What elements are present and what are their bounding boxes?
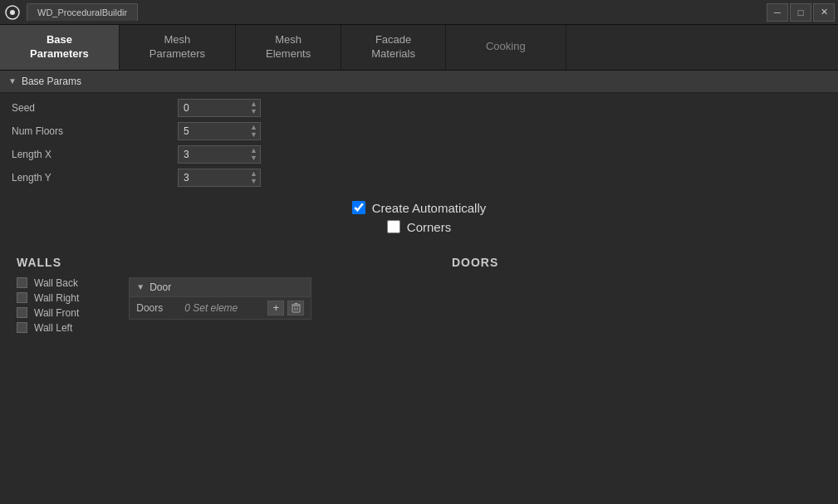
seed-input[interactable] [184,102,250,114]
tab-cooking[interactable]: Cooking [446,25,566,70]
wall-left-item: Wall Left [17,322,79,334]
seed-spinner[interactable]: ▲ ▼ [250,100,257,115]
num-floors-input-wrapper[interactable]: ▲ ▼ [178,122,261,140]
doors-row: Doors 0 Set eleme + [130,297,311,319]
close-button[interactable]: ✕ [813,3,835,22]
app-logo [3,3,22,22]
length-y-input[interactable] [184,172,250,183]
wall-front-item: Wall Front [17,307,79,319]
corners-checkbox[interactable] [387,220,400,233]
length-x-row: Length X ▲ ▼ [0,143,838,166]
tabbar: BaseParameters MeshParameters MeshElemen… [0,25,838,71]
create-automatically-row: Create Automatically [352,201,487,215]
create-automatically-label: Create Automatically [372,201,487,215]
base-params-header: ▼ Base Params [0,71,838,93]
num-floors-row: Num Floors ▲ ▼ [0,120,838,143]
wall-front-checkbox[interactable] [17,307,27,318]
tab-mesh-parameters[interactable]: MeshParameters [120,25,236,70]
seed-row: Seed ▲ ▼ [0,96,838,120]
wall-front-label: Wall Front [34,307,79,319]
walls-title: WALLS [17,256,79,269]
window-controls: ─ □ ✕ [767,3,835,22]
door-actions: + [267,301,304,316]
checkbox-section: Create Automatically Corners [0,193,838,242]
window-tab[interactable]: WD_ProceduralBuildir [27,3,138,21]
doors-row-value: 0 Set eleme [184,302,261,314]
door-collapse-arrow[interactable]: ▼ [136,282,145,291]
length-y-spinner[interactable]: ▲ ▼ [250,170,257,185]
seed-label: Seed [12,102,178,114]
door-section-label: Door [149,281,171,293]
wall-right-item: Wall Right [17,292,79,304]
length-x-input-wrapper[interactable]: ▲ ▼ [178,145,261,164]
doors-row-label: Doors [136,302,178,314]
minimize-button[interactable]: ─ [767,3,788,22]
num-floors-spinner[interactable]: ▲ ▼ [250,124,257,139]
wall-right-checkbox[interactable] [17,292,27,303]
seed-input-wrapper[interactable]: ▲ ▼ [178,99,261,117]
titlebar: WD_ProceduralBuildir ─ □ ✕ [0,0,838,25]
corners-label: Corners [407,220,451,234]
door-table-header: ▼ Door [130,278,311,297]
section-title: Base Params [22,76,81,87]
trash-icon [291,302,301,313]
add-door-button[interactable]: + [267,301,284,316]
length-x-spinner[interactable]: ▲ ▼ [250,147,257,162]
svg-point-1 [10,10,15,15]
wall-right-label: Wall Right [34,292,79,304]
length-y-row: Length Y ▲ ▼ [0,166,838,189]
wall-left-label: Wall Left [34,322,72,334]
content-panel: ▼ Base Params Seed ▲ ▼ Num Floors [0,71,838,504]
collapse-arrow[interactable]: ▼ [8,76,17,86]
wall-left-checkbox[interactable] [17,322,27,333]
length-y-label: Length Y [12,172,178,183]
door-table: ▼ Door Doors 0 Set eleme + [129,277,311,320]
length-x-input[interactable] [184,149,250,160]
create-automatically-checkbox[interactable] [352,201,365,214]
doors-group: DOORS ▼ Door Doors 0 Set eleme + [129,256,821,337]
walls-doors-section: WALLS Wall Back Wall Right Wall Front Wa… [0,242,838,350]
doors-title: DOORS [129,256,821,269]
num-floors-input[interactable] [184,125,250,137]
tab-base-parameters[interactable]: BaseParameters [0,25,120,70]
walls-group: WALLS Wall Back Wall Right Wall Front Wa… [17,256,79,337]
corners-row: Corners [387,220,451,234]
length-x-label: Length X [12,149,178,160]
wall-back-checkbox[interactable] [17,277,27,288]
tab-facade-materials[interactable]: FacadeMaterials [341,25,446,70]
tab-mesh-elements[interactable]: MeshElements [236,25,341,70]
num-floors-label: Num Floors [12,125,178,137]
wall-back-item: Wall Back [17,277,79,289]
maximize-button[interactable]: □ [790,3,811,22]
delete-door-button[interactable] [287,301,304,316]
main-content: ▼ Base Params Seed ▲ ▼ Num Floors [0,71,838,504]
length-y-input-wrapper[interactable]: ▲ ▼ [178,169,261,187]
svg-rect-2 [292,306,300,312]
wall-back-label: Wall Back [34,277,78,289]
form-section: Seed ▲ ▼ Num Floors ▲ ▼ [0,93,838,193]
